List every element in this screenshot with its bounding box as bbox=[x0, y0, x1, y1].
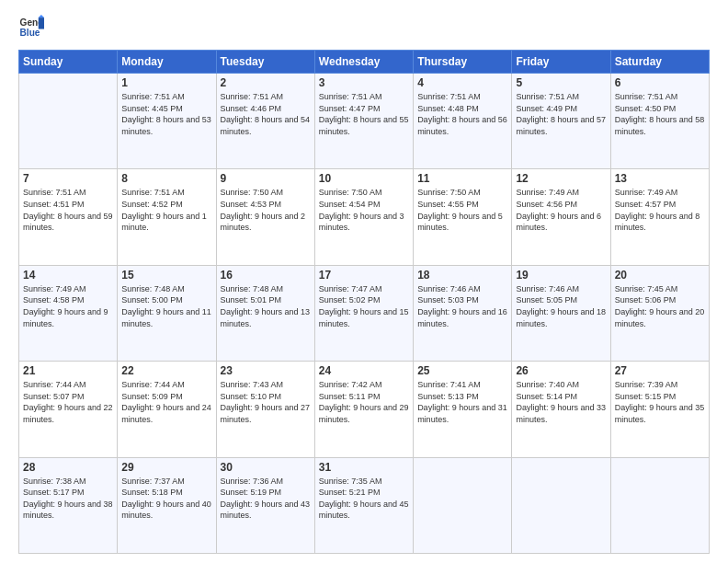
svg-marker-3 bbox=[39, 15, 44, 17]
calendar-week: 28Sunrise: 7:38 AMSunset: 5:17 PMDayligh… bbox=[19, 457, 710, 553]
day-number: 5 bbox=[516, 76, 606, 89]
calendar-cell bbox=[512, 457, 610, 553]
day-number: 14 bbox=[23, 269, 113, 282]
calendar-cell: 2Sunrise: 7:51 AMSunset: 4:46 PMDaylight… bbox=[216, 74, 314, 169]
day-info: Sunrise: 7:46 AMSunset: 5:05 PMDaylight:… bbox=[516, 283, 606, 329]
day-number: 9 bbox=[221, 172, 311, 185]
weekday-header: Thursday bbox=[414, 51, 512, 74]
weekday-header: Monday bbox=[118, 51, 216, 74]
day-info: Sunrise: 7:50 AMSunset: 4:54 PMDaylight:… bbox=[319, 187, 409, 233]
day-info: Sunrise: 7:43 AMSunset: 5:10 PMDaylight:… bbox=[221, 379, 311, 425]
weekday-header: Sunday bbox=[19, 51, 118, 74]
day-number: 29 bbox=[121, 461, 211, 474]
day-info: Sunrise: 7:49 AMSunset: 4:57 PMDaylight:… bbox=[615, 187, 705, 233]
day-number: 28 bbox=[23, 461, 113, 474]
day-number: 1 bbox=[121, 76, 211, 89]
calendar-cell: 3Sunrise: 7:51 AMSunset: 4:47 PMDaylight… bbox=[314, 74, 413, 169]
day-number: 23 bbox=[221, 364, 311, 377]
day-number: 26 bbox=[516, 364, 606, 377]
calendar-cell: 29Sunrise: 7:37 AMSunset: 5:18 PMDayligh… bbox=[118, 457, 216, 553]
calendar-cell: 31Sunrise: 7:35 AMSunset: 5:21 PMDayligh… bbox=[314, 457, 413, 553]
calendar: SundayMondayTuesdayWednesdayThursdayFrid… bbox=[18, 50, 710, 554]
calendar-cell: 13Sunrise: 7:49 AMSunset: 4:57 PMDayligh… bbox=[610, 169, 709, 265]
calendar-cell: 30Sunrise: 7:36 AMSunset: 5:19 PMDayligh… bbox=[216, 457, 314, 553]
calendar-cell: 23Sunrise: 7:43 AMSunset: 5:10 PMDayligh… bbox=[216, 362, 314, 457]
calendar-cell: 5Sunrise: 7:51 AMSunset: 4:49 PMDaylight… bbox=[512, 74, 610, 169]
calendar-cell: 24Sunrise: 7:42 AMSunset: 5:11 PMDayligh… bbox=[314, 362, 413, 457]
weekday-header: Wednesday bbox=[314, 51, 413, 74]
day-number: 27 bbox=[615, 364, 705, 377]
calendar-cell: 14Sunrise: 7:49 AMSunset: 4:58 PMDayligh… bbox=[19, 265, 118, 361]
day-info: Sunrise: 7:41 AMSunset: 5:13 PMDaylight:… bbox=[417, 379, 507, 425]
day-info: Sunrise: 7:51 AMSunset: 4:50 PMDaylight:… bbox=[615, 91, 705, 137]
day-number: 13 bbox=[615, 172, 705, 185]
calendar-cell: 22Sunrise: 7:44 AMSunset: 5:09 PMDayligh… bbox=[118, 362, 216, 457]
day-info: Sunrise: 7:51 AMSunset: 4:51 PMDaylight:… bbox=[23, 187, 113, 233]
day-info: Sunrise: 7:44 AMSunset: 5:07 PMDaylight:… bbox=[23, 379, 113, 425]
calendar-cell: 10Sunrise: 7:50 AMSunset: 4:54 PMDayligh… bbox=[314, 169, 413, 265]
header-row: SundayMondayTuesdayWednesdayThursdayFrid… bbox=[19, 51, 710, 74]
day-number: 17 bbox=[319, 269, 409, 282]
calendar-table: SundayMondayTuesdayWednesdayThursdayFrid… bbox=[18, 50, 710, 554]
day-number: 31 bbox=[319, 461, 409, 474]
day-info: Sunrise: 7:42 AMSunset: 5:11 PMDaylight:… bbox=[319, 379, 409, 425]
day-info: Sunrise: 7:50 AMSunset: 4:53 PMDaylight:… bbox=[221, 187, 311, 233]
day-info: Sunrise: 7:37 AMSunset: 5:18 PMDaylight:… bbox=[121, 476, 211, 522]
day-number: 16 bbox=[221, 269, 311, 282]
day-info: Sunrise: 7:51 AMSunset: 4:47 PMDaylight:… bbox=[319, 91, 409, 137]
day-info: Sunrise: 7:45 AMSunset: 5:06 PMDaylight:… bbox=[615, 283, 705, 329]
day-number: 22 bbox=[121, 364, 211, 377]
weekday-header: Saturday bbox=[610, 51, 709, 74]
day-info: Sunrise: 7:39 AMSunset: 5:15 PMDaylight:… bbox=[615, 379, 705, 425]
calendar-cell: 18Sunrise: 7:46 AMSunset: 5:03 PMDayligh… bbox=[414, 265, 512, 361]
calendar-cell: 16Sunrise: 7:48 AMSunset: 5:01 PMDayligh… bbox=[216, 265, 314, 361]
svg-text:Blue: Blue bbox=[20, 28, 40, 38]
logo-icon: General Blue bbox=[18, 15, 44, 40]
day-info: Sunrise: 7:46 AMSunset: 5:03 PMDaylight:… bbox=[417, 283, 507, 329]
calendar-cell: 28Sunrise: 7:38 AMSunset: 5:17 PMDayligh… bbox=[19, 457, 118, 553]
calendar-cell: 9Sunrise: 7:50 AMSunset: 4:53 PMDaylight… bbox=[216, 169, 314, 265]
header: General Blue bbox=[18, 15, 710, 40]
day-info: Sunrise: 7:36 AMSunset: 5:19 PMDaylight:… bbox=[221, 476, 311, 522]
day-info: Sunrise: 7:35 AMSunset: 5:21 PMDaylight:… bbox=[319, 476, 409, 522]
day-number: 8 bbox=[121, 172, 211, 185]
weekday-header: Tuesday bbox=[216, 51, 314, 74]
calendar-body: 1Sunrise: 7:51 AMSunset: 4:45 PMDaylight… bbox=[19, 74, 710, 554]
calendar-cell: 1Sunrise: 7:51 AMSunset: 4:45 PMDaylight… bbox=[118, 74, 216, 169]
day-number: 24 bbox=[319, 364, 409, 377]
calendar-cell: 17Sunrise: 7:47 AMSunset: 5:02 PMDayligh… bbox=[314, 265, 413, 361]
logo: General Blue bbox=[18, 15, 50, 40]
day-info: Sunrise: 7:51 AMSunset: 4:49 PMDaylight:… bbox=[516, 91, 606, 137]
svg-marker-2 bbox=[39, 17, 44, 29]
calendar-cell: 20Sunrise: 7:45 AMSunset: 5:06 PMDayligh… bbox=[610, 265, 709, 361]
calendar-cell: 8Sunrise: 7:51 AMSunset: 4:52 PMDaylight… bbox=[118, 169, 216, 265]
calendar-cell: 4Sunrise: 7:51 AMSunset: 4:48 PMDaylight… bbox=[414, 74, 512, 169]
day-number: 2 bbox=[221, 76, 311, 89]
calendar-cell: 19Sunrise: 7:46 AMSunset: 5:05 PMDayligh… bbox=[512, 265, 610, 361]
page: General Blue SundayMondayTuesdayWednesda… bbox=[0, 0, 728, 563]
calendar-week: 21Sunrise: 7:44 AMSunset: 5:07 PMDayligh… bbox=[19, 362, 710, 457]
calendar-cell: 11Sunrise: 7:50 AMSunset: 4:55 PMDayligh… bbox=[414, 169, 512, 265]
calendar-cell: 12Sunrise: 7:49 AMSunset: 4:56 PMDayligh… bbox=[512, 169, 610, 265]
day-number: 18 bbox=[417, 269, 507, 282]
calendar-cell bbox=[610, 457, 709, 553]
day-number: 10 bbox=[319, 172, 409, 185]
calendar-week: 14Sunrise: 7:49 AMSunset: 4:58 PMDayligh… bbox=[19, 265, 710, 361]
calendar-cell: 26Sunrise: 7:40 AMSunset: 5:14 PMDayligh… bbox=[512, 362, 610, 457]
day-info: Sunrise: 7:48 AMSunset: 5:01 PMDaylight:… bbox=[221, 283, 311, 329]
day-info: Sunrise: 7:51 AMSunset: 4:52 PMDaylight:… bbox=[121, 187, 211, 233]
day-info: Sunrise: 7:51 AMSunset: 4:45 PMDaylight:… bbox=[121, 91, 211, 137]
calendar-cell bbox=[19, 74, 118, 169]
calendar-cell: 7Sunrise: 7:51 AMSunset: 4:51 PMDaylight… bbox=[19, 169, 118, 265]
day-number: 19 bbox=[516, 269, 606, 282]
day-info: Sunrise: 7:47 AMSunset: 5:02 PMDaylight:… bbox=[319, 283, 409, 329]
calendar-cell: 25Sunrise: 7:41 AMSunset: 5:13 PMDayligh… bbox=[414, 362, 512, 457]
day-info: Sunrise: 7:38 AMSunset: 5:17 PMDaylight:… bbox=[23, 476, 113, 522]
day-number: 25 bbox=[417, 364, 507, 377]
day-number: 11 bbox=[417, 172, 507, 185]
calendar-cell: 21Sunrise: 7:44 AMSunset: 5:07 PMDayligh… bbox=[19, 362, 118, 457]
day-number: 30 bbox=[221, 461, 311, 474]
day-info: Sunrise: 7:51 AMSunset: 4:48 PMDaylight:… bbox=[417, 91, 507, 137]
day-info: Sunrise: 7:49 AMSunset: 4:58 PMDaylight:… bbox=[23, 283, 113, 329]
day-number: 6 bbox=[615, 76, 705, 89]
